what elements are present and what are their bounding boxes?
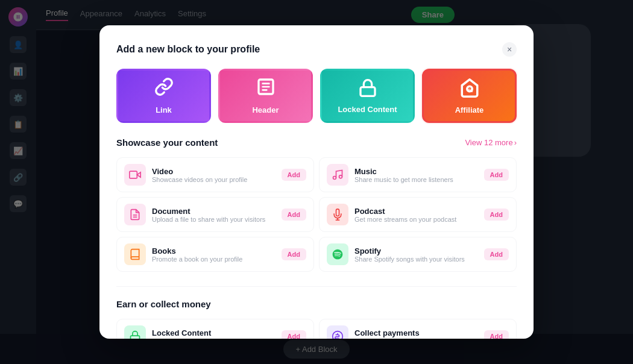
spotify-add-button[interactable]: Add	[484, 248, 509, 260]
video-icon	[124, 164, 146, 186]
list-item: Spotify Share Spotify songs with your vi…	[319, 237, 517, 272]
payments-name: Collect payments	[354, 328, 478, 337]
svg-rect-12	[131, 336, 140, 339]
locked-content-icon	[124, 325, 146, 339]
earn-section: Earn or collect money Locked Content Upl…	[116, 286, 517, 339]
podcast-info: Podcast Get more streams on your podcast	[354, 207, 478, 223]
music-add-button[interactable]: Add	[484, 169, 509, 181]
podcast-desc: Get more streams on your podcast	[354, 216, 478, 223]
books-info: Books Promote a book on your profile	[152, 246, 276, 263]
showcase-title: Showcase your content	[116, 137, 218, 148]
list-item: Podcast Get more streams on your podcast…	[319, 197, 517, 232]
podcast-name: Podcast	[354, 207, 478, 216]
header-icon	[256, 77, 276, 101]
svg-rect-5	[130, 171, 137, 178]
list-item: Locked Content Upload and sell digital p…	[116, 319, 314, 339]
payments-icon	[327, 325, 348, 339]
document-icon	[124, 204, 146, 225]
modal-title: Add a new block to your profile	[116, 44, 260, 55]
affiliate-icon: %	[459, 78, 480, 101]
chevron-right-icon: ›	[514, 138, 517, 147]
payments-desc: Create a page to collect payments easily	[354, 337, 478, 339]
music-icon	[327, 164, 348, 186]
music-info: Music Share music to get more listeners	[354, 167, 478, 183]
video-desc: Showcase videos on your profile	[152, 176, 276, 183]
svg-marker-4	[137, 172, 140, 177]
affiliate-label: Affiliate	[455, 105, 484, 115]
list-item: Video Showcase videos on your profile Ad…	[116, 157, 314, 192]
books-icon	[124, 243, 146, 265]
header-label: Header	[252, 105, 279, 115]
svg-point-6	[333, 177, 336, 180]
modal-header: Add a new block to your profile ×	[116, 42, 517, 57]
earn-header: Earn or collect money	[116, 299, 517, 309]
earn-title: Earn or collect money	[116, 299, 211, 309]
modal-backdrop: Add a new block to your profile × Link	[0, 0, 633, 364]
svg-point-7	[339, 175, 342, 178]
spotify-icon	[327, 243, 348, 265]
modal: Add a new block to your profile × Link	[99, 25, 534, 339]
block-types-row: Link Header	[116, 69, 517, 123]
document-info: Document Upload a file to share with you…	[152, 207, 276, 223]
locked-content-name: Locked Content	[152, 328, 276, 337]
books-name: Books	[152, 246, 276, 256]
showcase-header: Showcase your content View 12 more ›	[116, 137, 517, 148]
document-add-button[interactable]: Add	[282, 209, 306, 221]
list-item: Books Promote a book on your profile Add	[116, 237, 314, 272]
music-name: Music	[354, 167, 478, 176]
spotify-name: Spotify	[354, 246, 478, 256]
list-item: Music Share music to get more listeners …	[319, 157, 517, 192]
list-item: Document Upload a file to share with you…	[116, 197, 314, 232]
document-desc: Upload a file to share with your visitor…	[152, 216, 276, 223]
locked-icon	[358, 78, 377, 100]
video-info: Video Showcase videos on your profile	[152, 167, 276, 183]
spotify-info: Spotify Share Spotify songs with your vi…	[354, 246, 478, 263]
modal-close-button[interactable]: ×	[502, 42, 517, 57]
locked-content-add-button[interactable]: Add	[282, 330, 306, 339]
block-type-link[interactable]: Link	[116, 69, 211, 123]
view-more-link[interactable]: View 12 more ›	[465, 138, 517, 147]
video-name: Video	[152, 167, 276, 176]
locked-content-desc: Upload and sell digital products	[152, 337, 276, 339]
music-desc: Share music to get more listeners	[354, 176, 478, 183]
payments-info: Collect payments Create a page to collec…	[354, 328, 478, 339]
list-item: Collect payments Create a page to collec…	[319, 319, 517, 339]
block-type-header[interactable]: Header	[218, 69, 313, 123]
link-label: Link	[156, 105, 172, 115]
video-add-button[interactable]: Add	[282, 169, 306, 181]
showcase-items-grid: Video Showcase videos on your profile Ad…	[116, 157, 517, 272]
podcast-add-button[interactable]: Add	[484, 209, 509, 221]
link-icon	[154, 77, 174, 101]
locked-label: Locked Content	[338, 105, 397, 114]
books-add-button[interactable]: Add	[282, 248, 306, 260]
payments-add-button[interactable]: Add	[484, 330, 509, 339]
showcase-section: Showcase your content View 12 more ›	[116, 137, 517, 272]
document-name: Document	[152, 207, 276, 216]
earn-items-grid: Locked Content Upload and sell digital p…	[116, 319, 517, 339]
svg-rect-1	[361, 87, 375, 96]
spotify-desc: Share Spotify songs with your visitors	[354, 256, 478, 263]
books-desc: Promote a book on your profile	[152, 256, 276, 263]
block-type-locked[interactable]: Locked Content	[320, 69, 415, 123]
svg-text:%: %	[468, 87, 473, 93]
block-type-affiliate[interactable]: % Affiliate	[422, 69, 517, 123]
locked-content-info: Locked Content Upload and sell digital p…	[152, 328, 276, 339]
podcast-icon	[327, 204, 348, 225]
